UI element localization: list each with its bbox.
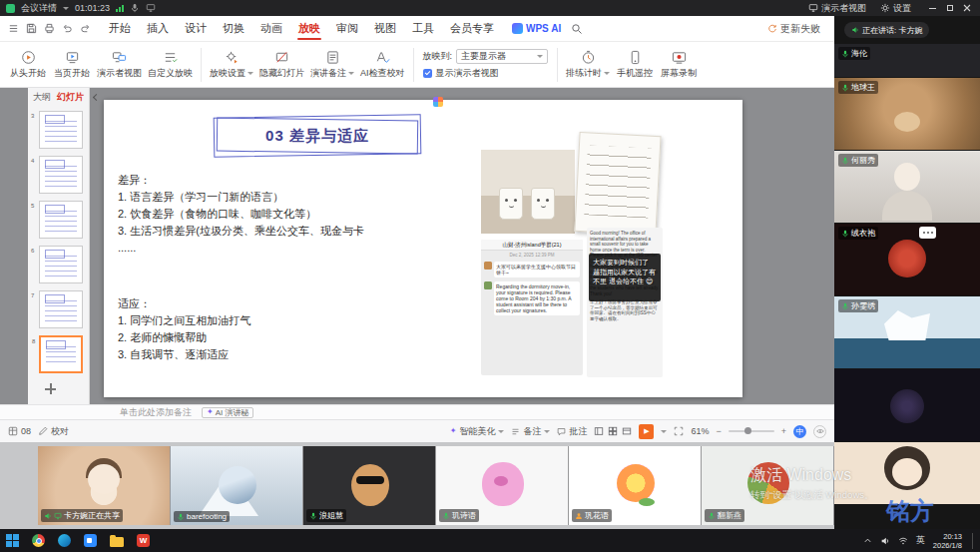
menu-icon[interactable] xyxy=(8,23,19,34)
from-beginning-button[interactable]: 从头开始 xyxy=(6,50,50,80)
eye-protect-button[interactable] xyxy=(813,425,826,438)
print-icon[interactable] xyxy=(44,23,55,34)
normal-view-icon[interactable] xyxy=(594,426,604,436)
maximize-button[interactable] xyxy=(942,1,957,15)
wps-ai-button[interactable]: WPS AI xyxy=(512,23,561,34)
fit-window-icon[interactable] xyxy=(674,426,684,436)
outline-tab[interactable]: 大纲 xyxy=(33,91,51,104)
zoom-out-button[interactable]: − xyxy=(716,426,721,436)
video-tile-sharing[interactable]: 卡方婉正在共享 xyxy=(38,446,171,525)
slide-thumbnail-selected[interactable]: 8 xyxy=(39,335,83,373)
notes-toggle-button[interactable]: 备注 xyxy=(511,425,550,438)
meeting-app-icon[interactable] xyxy=(84,534,97,547)
bottom-video-strip: 卡方婉正在共享 barefooting 浪姐慧 xyxy=(0,442,834,529)
ai-speech-badge[interactable]: ✦ AI 演讲秘 xyxy=(202,407,253,418)
chrome-icon[interactable] xyxy=(32,534,45,547)
participant-tile[interactable]: 海伦 xyxy=(834,44,980,77)
slide-thumbnail[interactable]: 4 xyxy=(39,156,83,194)
slide-number: 6 xyxy=(31,248,34,254)
wifi-icon[interactable] xyxy=(898,536,908,546)
meeting-details-label[interactable]: 会议详情 xyxy=(21,2,57,15)
save-icon[interactable] xyxy=(26,23,37,34)
show-settings-button[interactable]: 放映设置 xyxy=(207,50,256,80)
slideshow-play-button[interactable]: ▶ xyxy=(639,424,654,439)
ai-check-button[interactable]: AI检查校对 xyxy=(357,50,408,80)
zoom-slider[interactable] xyxy=(729,430,774,432)
tab-animation[interactable]: 动画 xyxy=(252,17,290,40)
settings-button[interactable]: 设置 xyxy=(876,2,915,15)
reading-view-icon[interactable] xyxy=(622,426,632,436)
close-button[interactable] xyxy=(959,1,974,15)
custom-show-label: 自定义放映 xyxy=(148,67,193,80)
tab-member[interactable]: 会员专享 xyxy=(442,17,502,40)
language-badge[interactable]: 中 xyxy=(793,425,806,438)
chevron-down-icon xyxy=(63,7,69,10)
notes-placeholder[interactable]: 单击此处添加备注 xyxy=(120,406,192,419)
participant-tile[interactable] xyxy=(834,369,980,441)
mic-icon xyxy=(177,513,185,521)
participant-tile[interactable]: 绒衣袍 xyxy=(834,224,980,295)
play-options-caret[interactable] xyxy=(661,430,667,433)
add-slide-button[interactable] xyxy=(39,381,83,397)
mic-icon xyxy=(841,50,849,58)
tab-home[interactable]: 开始 xyxy=(101,17,139,40)
participant-tile[interactable]: 地球王 xyxy=(834,78,980,150)
tab-transition[interactable]: 切换 xyxy=(215,17,252,40)
zoom-slider-thumb[interactable] xyxy=(744,427,751,434)
screen-record-button[interactable]: 屏幕录制 xyxy=(657,50,701,80)
windows-activation-watermark: 激活 Windows 转到“设置”以激活 Windows。 xyxy=(750,465,874,502)
speaker-notes-button[interactable]: 演讲备注 xyxy=(307,50,357,80)
tab-view[interactable]: 视图 xyxy=(366,17,404,40)
tab-slideshow[interactable]: 放映 xyxy=(290,17,328,40)
start-button-icon[interactable] xyxy=(6,534,19,547)
more-options-button[interactable] xyxy=(919,227,936,239)
slide-canvas[interactable]: 03 差异与适应 差异： 1. 语言差异（学习一门新的语言） 2. 饮食差异（食… xyxy=(104,100,742,397)
video-tile[interactable]: 玑诗语 xyxy=(436,446,569,525)
comments-button[interactable]: 批注 xyxy=(557,425,587,438)
rehearse-timing-button[interactable]: 排练计时 xyxy=(563,50,613,80)
participant-tile[interactable]: 何丽秀 xyxy=(834,151,980,223)
input-language-indicator[interactable]: 英 xyxy=(916,534,925,547)
edge-icon[interactable] xyxy=(58,534,71,547)
tab-review[interactable]: 审阅 xyxy=(328,17,366,40)
tab-design[interactable]: 设计 xyxy=(177,17,215,40)
search-icon[interactable] xyxy=(571,23,583,35)
slide-thumbnail[interactable]: 3 xyxy=(39,111,83,149)
tab-insert[interactable]: 插入 xyxy=(139,17,177,40)
proofread-button[interactable]: 校对 xyxy=(38,425,69,438)
smart-beautify-button[interactable]: ✦ 智能美化 xyxy=(450,425,505,438)
slide-sorter-icon[interactable] xyxy=(608,426,618,436)
collapse-panel-button[interactable] xyxy=(92,92,101,105)
show-desktop-button[interactable] xyxy=(972,533,974,549)
video-tile[interactable]: 巩花语 xyxy=(569,446,702,525)
gear-icon xyxy=(880,3,890,13)
from-current-button[interactable]: 当页开始 xyxy=(50,50,94,80)
slide-thumbnail[interactable]: 5 xyxy=(39,201,83,239)
tab-tools[interactable]: 工具 xyxy=(404,17,442,40)
tray-expand-icon[interactable] xyxy=(863,536,872,545)
show-presenter-checkbox-row[interactable]: 显示演示者视图 xyxy=(423,67,549,80)
undo-icon[interactable] xyxy=(62,23,73,34)
participant-tile[interactable]: 孙雯绣 xyxy=(834,296,980,368)
sparkle-icon: ✦ xyxy=(207,408,214,416)
video-tile[interactable]: 浪姐慧 xyxy=(303,446,436,525)
volume-icon[interactable] xyxy=(880,536,890,546)
display-target-select[interactable]: 主要显示器 xyxy=(456,49,548,64)
hide-slide-button[interactable]: 隐藏幻灯片 xyxy=(256,50,307,80)
slide-thumbnail[interactable]: 7 xyxy=(39,290,83,328)
redo-icon[interactable] xyxy=(80,23,91,34)
custom-show-button[interactable]: 自定义放映 xyxy=(145,50,196,80)
chat-avatar xyxy=(484,281,492,289)
wps-app-icon[interactable]: W xyxy=(137,534,150,547)
video-tile[interactable]: barefooting xyxy=(171,446,303,525)
slide-thumbnail[interactable]: 6 xyxy=(39,246,83,283)
file-explorer-icon[interactable] xyxy=(110,537,124,547)
taskbar-clock[interactable]: 20:13 2026/1/8 xyxy=(933,532,962,550)
zoom-in-button[interactable]: + xyxy=(781,426,786,436)
presenter-view-button[interactable]: 演示者视图 xyxy=(804,2,870,15)
slides-tab[interactable]: 幻灯片 xyxy=(57,91,84,104)
minimize-button[interactable] xyxy=(925,1,940,15)
presenter-view-ribbon-button[interactable]: 演示者视图 xyxy=(94,50,145,80)
phone-remote-button[interactable]: 手机遥控 xyxy=(613,50,657,80)
update-status[interactable]: 更新失败 xyxy=(767,22,820,36)
